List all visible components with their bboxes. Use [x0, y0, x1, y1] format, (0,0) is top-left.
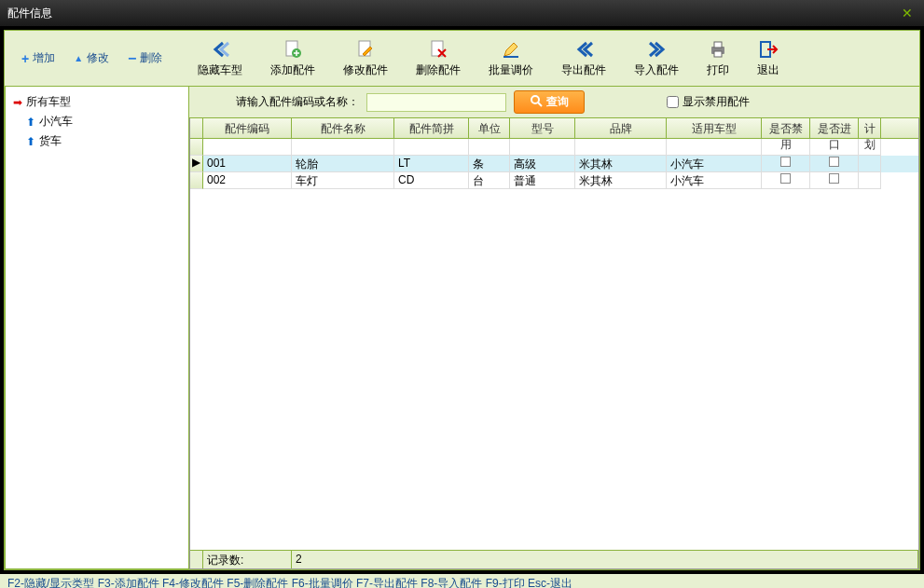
arrow-up-blue-icon: ⬆ [26, 116, 35, 129]
data-grid: 配件编码 配件名称 配件简拼 单位 型号 品牌 适用车型 是否禁用 是否进口 计… [189, 118, 919, 569]
add-part-button[interactable]: 添加配件 [269, 34, 317, 82]
table-row[interactable]: 002 车灯 CD 台 普通 米其林 小汽车 [190, 172, 918, 189]
query-button[interactable]: 查询 [514, 90, 585, 114]
titlebar: 配件信息 ✕ [0, 0, 924, 26]
pencil-icon [500, 38, 522, 61]
chevron-left-icon [209, 38, 231, 61]
disabled-checkbox[interactable] [780, 173, 791, 184]
search-bar: 请输入配件编码或名称： 查询 显示禁用配件 [189, 87, 919, 118]
tree-item-truck[interactable]: ⬆ 货车 [9, 131, 185, 151]
delete-part-label: 删除配件 [416, 62, 461, 78]
document-delete-icon [427, 38, 449, 61]
search-label: 请输入配件编码或名称： [236, 94, 359, 110]
col-name[interactable]: 配件名称 [292, 118, 394, 138]
edit-part-button[interactable]: 修改配件 [341, 34, 390, 82]
edit-label: 修改 [87, 50, 109, 66]
toolbar: + 增加 ▲ 修改 − 删除 隐藏车型 添加 [5, 31, 919, 87]
minus-icon: − [128, 50, 136, 67]
triangle-up-icon: ▲ [74, 53, 83, 63]
magnifier-icon [530, 94, 543, 110]
svg-rect-6 [714, 42, 722, 48]
col-import[interactable]: 是否进口 [810, 118, 859, 138]
query-label: 查询 [546, 94, 569, 110]
svg-rect-7 [714, 51, 722, 57]
import-part-label: 导入配件 [634, 62, 679, 78]
show-disabled-label: 显示禁用配件 [683, 94, 750, 110]
chevron-left-double-icon [572, 38, 595, 61]
svg-rect-4 [503, 56, 518, 58]
table-row[interactable]: ▶ 001 轮胎 LT 条 高级 米其林 小汽车 [190, 156, 918, 172]
edit-part-label: 修改配件 [343, 62, 388, 78]
export-part-label: 导出配件 [561, 62, 606, 78]
row-marker-icon: ▶ [190, 156, 203, 172]
tree-panel: ➡ 所有车型 ⬆ 小汽车 ⬆ 货车 [5, 87, 189, 569]
grid-footer: 记录数: 2 [190, 550, 918, 568]
add-label: 增加 [33, 50, 55, 66]
disabled-checkbox[interactable] [780, 157, 791, 167]
window-title: 配件信息 [7, 6, 52, 21]
record-count-value: 2 [292, 551, 918, 568]
chevron-right-double-icon [645, 38, 668, 61]
table-row[interactable] [190, 139, 918, 156]
exit-icon [757, 38, 779, 61]
add-button[interactable]: + 增加 [14, 47, 62, 71]
col-unit[interactable]: 单位 [469, 118, 510, 138]
import-part-button[interactable]: 导入配件 [632, 34, 681, 82]
delete-button[interactable]: − 删除 [120, 47, 170, 71]
col-pinyin[interactable]: 配件简拼 [394, 118, 469, 138]
batch-price-button[interactable]: 批量调价 [487, 34, 535, 82]
batch-price-label: 批量调价 [489, 62, 533, 78]
print-button[interactable]: 打印 [705, 34, 731, 82]
tree-item-all[interactable]: ➡ 所有车型 [9, 92, 185, 112]
delete-label: 删除 [140, 50, 162, 66]
col-vehicle[interactable]: 适用车型 [667, 118, 762, 138]
col-code[interactable]: 配件编码 [203, 118, 292, 138]
hide-vehicle-button[interactable]: 隐藏车型 [196, 34, 244, 82]
exit-button[interactable]: 退出 [755, 34, 781, 82]
hide-vehicle-label: 隐藏车型 [198, 62, 242, 78]
show-disabled-checkbox[interactable] [667, 96, 679, 108]
tree-label: 货车 [39, 133, 62, 149]
tree-label: 所有车型 [26, 94, 71, 110]
col-brand[interactable]: 品牌 [575, 118, 667, 138]
record-count-label: 记录数: [203, 551, 292, 568]
search-input[interactable] [366, 93, 506, 112]
delete-part-button[interactable]: 删除配件 [414, 34, 462, 82]
import-checkbox[interactable] [829, 173, 839, 184]
printer-icon [707, 38, 729, 61]
export-part-button[interactable]: 导出配件 [559, 34, 608, 82]
col-plan[interactable]: 计划 [859, 118, 881, 138]
close-icon[interactable]: ✕ [898, 6, 917, 21]
document-plus-icon [282, 38, 304, 61]
svg-point-9 [531, 96, 539, 103]
arrow-right-red-icon: ➡ [13, 96, 22, 109]
document-edit-icon [354, 38, 377, 61]
import-checkbox[interactable] [829, 157, 839, 167]
exit-label: 退出 [757, 62, 779, 78]
plus-icon: + [21, 51, 29, 66]
edit-button[interactable]: ▲ 修改 [66, 47, 117, 71]
grid-header: 配件编码 配件名称 配件简拼 单位 型号 品牌 适用车型 是否禁用 是否进口 计… [190, 118, 918, 139]
tree-label: 小汽车 [39, 114, 73, 130]
statusbar: F2-隐藏/显示类型 F3-添加配件 F4-修改配件 F5-删除配件 F6-批量… [0, 574, 924, 588]
col-model[interactable]: 型号 [510, 118, 575, 138]
tree-item-car[interactable]: ⬆ 小汽车 [9, 112, 185, 131]
add-part-label: 添加配件 [270, 62, 315, 78]
col-disabled[interactable]: 是否禁用 [762, 118, 810, 138]
arrow-up-blue-icon: ⬆ [26, 135, 35, 148]
print-label: 打印 [707, 62, 729, 78]
